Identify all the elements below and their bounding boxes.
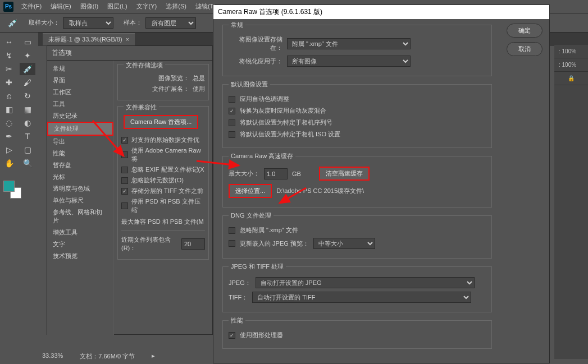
menu-image[interactable]: 图像(I) [76,2,103,11]
label-camera-serial: 将默认值设置为特定于相机序列号 [240,118,332,127]
checkbox-ignore-xmp[interactable] [229,227,235,234]
checkbox-use-gpu[interactable] [229,332,235,339]
recent-files-input[interactable] [181,238,205,250]
cache-group: Camera Raw 高速缓存 最大大小： GB 清空高速缓存 选择位置... … [222,156,492,208]
label-ignore-xmp: 忽略附属 ".xmp" 文件 [240,226,298,234]
sidebar-item-workspace[interactable]: 工作区 [47,86,113,98]
type-tool-icon[interactable]: T [20,130,35,142]
status-arrow-icon[interactable]: ▸ [152,352,155,361]
sidebar-item-type[interactable]: 文字 [47,238,113,250]
camera-raw-prefs-button[interactable]: Camera Raw 首选项... [124,115,198,129]
sidebar-item-general[interactable]: 常规 [47,63,113,75]
move-tool-icon[interactable]: ↔ [1,36,17,48]
checkbox-layered-tiff[interactable] [121,188,128,195]
max-size-input[interactable] [264,168,288,179]
shape-tool-icon[interactable]: ▢ [20,144,35,156]
sidebar-item-cursors[interactable]: 光标 [47,171,113,183]
checkbox-raw-support[interactable] [121,137,128,144]
image-preview-value: 总是 [193,74,205,82]
pen-tool-icon[interactable]: ✒ [1,130,17,142]
checkbox-camera-iso[interactable] [229,131,235,138]
eyedropper-tool-icon[interactable]: 💉 [20,63,35,75]
zoom-value: 33.33% [42,352,63,361]
eraser-tool-icon[interactable]: ◧ [1,103,17,116]
save-in-select[interactable]: 附属 ".xmp" 文件 [287,38,411,49]
sharpen-select[interactable]: 所有图像 [287,56,411,67]
stamp-tool-icon[interactable]: ⎌ [1,90,17,102]
status-bar: 33.33% 文档：7.66M/0 字节 ▸ [42,352,155,361]
sidebar-item-techpreview[interactable]: 技术预览 [47,250,113,262]
sidebar-item-scratch[interactable]: 暂存盘 [47,159,113,171]
sidebar-item-transparency[interactable]: 透明度与色域 [47,183,113,195]
sidebar-item-tools[interactable]: 工具 [47,98,113,110]
sidebar-item-guides[interactable]: 参考线、网格和切片 [47,206,113,227]
zoom-tool-icon[interactable]: 🔍 [20,157,35,169]
max-size-label: 最大大小： [229,169,259,178]
label-camera-iso: 将默认值设置为特定于相机 ISO 设置 [240,130,340,139]
menu-file[interactable]: 文件(F) [17,2,46,11]
lock-icon[interactable]: 🔒 [554,72,588,85]
history-brush-icon[interactable]: ↻ [20,90,35,102]
file-ext-label: 文件扩展名： [121,85,189,93]
general-group: 常规 将图像设置存储在：附属 ".xmp" 文件 将锐化应用于：所有图像 [222,25,492,76]
label-ignore-rotation: 忽略旋转元数据(O) [131,176,184,185]
jpeg-tiff-legend: JPEG 和 TIFF 处理 [229,262,286,271]
image-preview-label: 图像预览： [121,74,189,82]
performance-group: 性能 使用图形处理器 [222,320,492,349]
marquee-tool-icon[interactable]: ▭ [20,36,35,48]
general-legend: 常规 [229,21,245,29]
checkbox-auto-gray[interactable] [229,108,235,114]
sample-select[interactable]: 所有图层 [145,17,196,29]
gradient-tool-icon[interactable]: ▦ [20,103,35,116]
sidebar-item-performance[interactable]: 性能 [47,148,113,159]
sample-size-select[interactable]: 取样点 [63,17,113,29]
sidebar-item-export[interactable]: 导出 [47,136,113,148]
menu-layer[interactable]: 图层(L) [103,2,131,11]
sidebar-item-history[interactable]: 历史记录 [47,110,113,122]
wand-tool-icon[interactable]: ✦ [20,49,35,62]
checkbox-camera-serial[interactable] [229,119,235,126]
ps-logo-icon: Ps [3,2,13,12]
checkbox-auto-tone[interactable] [229,96,235,103]
menu-type[interactable]: 文字(Y) [132,2,162,11]
camera-raw-prefs-dialog: Camera Raw 首选项 (9.6.1.631 版) 确定 取消 常规 将图… [213,4,550,363]
max-size-unit: GB [292,171,301,177]
checkbox-use-acr[interactable] [121,151,128,158]
choose-location-button[interactable]: 选择位置... [229,184,272,198]
checkbox-ignore-exif[interactable] [121,167,128,173]
sidebar-item-plugins[interactable]: 增效工具 [47,227,113,238]
document-tab[interactable]: 未标题-1 @ 33.3%(RGB/8)× [43,33,135,45]
sidebar-item-units[interactable]: 单位与标尺 [47,195,113,206]
checkbox-disable-psd-compress[interactable] [121,202,128,209]
brush-tool-icon[interactable]: 🖌 [20,76,35,89]
jpeg-select[interactable]: 自动打开设置的 JPEG [256,277,475,288]
close-tab-icon[interactable]: × [126,36,129,43]
performance-legend: 性能 [229,316,245,325]
tiff-select[interactable]: 自动打开设置的 TIFF [252,292,471,303]
heal-tool-icon[interactable]: ✚ [1,76,17,89]
label-raw-support: 对支持的原始数据文件优 [131,136,199,144]
hand-tool-icon[interactable]: ✋ [1,157,17,169]
checkbox-ignore-rotation[interactable] [121,177,128,184]
blur-tool-icon[interactable]: ◌ [1,117,17,129]
checkbox-update-jpeg-preview[interactable] [229,240,235,247]
purge-cache-button[interactable]: 清空高速缓存 [319,167,370,181]
ok-button[interactable]: 确定 [507,24,543,38]
jpeg-preview-size-select[interactable]: 中等大小 [313,238,375,249]
recent-files-label: 近期文件列表包含(R)： [121,236,178,252]
path-tool-icon[interactable]: ▷ [1,144,17,156]
fg-color-swatch[interactable] [3,181,15,192]
sidebar-item-filehandling[interactable]: 文件处理 [47,122,113,136]
dodge-tool-icon[interactable]: ◐ [20,117,35,129]
dng-legend: DNG 文件处理 [229,211,274,220]
crop-tool-icon[interactable]: ✂ [1,63,17,75]
sidebar-item-interface[interactable]: 界面 [47,75,113,86]
menu-edit[interactable]: 编辑(E) [46,2,76,11]
lasso-tool-icon[interactable]: ↯ [1,49,17,62]
cancel-button[interactable]: 取消 [507,42,543,56]
default-image-group: 默认图像设置 应用自动色调调整 转换为灰度时应用自动灰度混合 将默认值设置为特定… [222,84,492,148]
file-save-options-legend: 文件存储选项 [124,61,165,70]
label-auto-tone: 应用自动色调调整 [240,95,289,103]
psb-compat-label: 最大兼容 PSD 和 PSB 文件(M [121,218,204,226]
menu-select[interactable]: 选择(S) [161,2,191,11]
